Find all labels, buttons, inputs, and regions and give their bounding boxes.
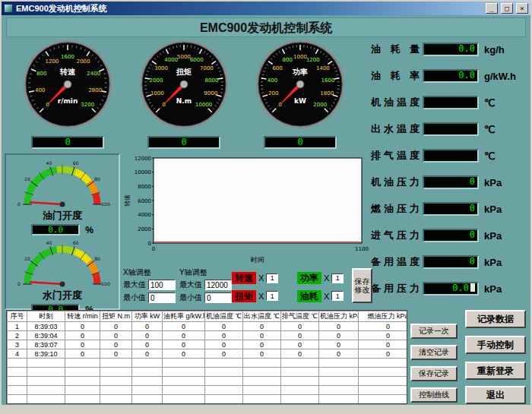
fuel-rate-label: 油耗率 — [371, 69, 420, 83]
save-modify-button[interactable]: 保存 修改 — [352, 268, 372, 303]
series-toggle-power: 功率X — [297, 271, 352, 286]
table-cell: 8:39:03 — [27, 322, 65, 331]
water-valve-opening-gauge: 020406080100水门开度0.0% — [6, 237, 119, 315]
table-cell — [8, 395, 27, 404]
fuel-consumption-row: 油耗量0.0kg/h — [371, 43, 532, 56]
series-chip-fuel[interactable]: 油耗 — [297, 290, 321, 302]
minimize-button[interactable]: _ — [486, 3, 498, 14]
valve-gauge-panel: 020406080100油门开度0.0%020406080100水门开度0.0% — [5, 153, 120, 310]
table-empty-row — [8, 377, 408, 386]
toggle-input-speed[interactable] — [266, 273, 278, 283]
table-cell: 0 — [359, 349, 408, 359]
fuel-rate-unit: g/kW.h — [484, 71, 516, 82]
table-cell — [359, 368, 408, 377]
app-icon — [4, 4, 13, 13]
page-title: EMC900发动机控制系统 — [6, 17, 526, 37]
series-toggle-speed: 转速X — [232, 271, 287, 286]
svg-text:60: 60 — [73, 160, 79, 166]
table-cell — [8, 377, 27, 386]
series-chip-speed[interactable]: 转速 — [232, 272, 256, 284]
table-cell — [319, 359, 359, 368]
column-header: 功率 kW — [132, 311, 163, 322]
water-temp-row: 出水温度℃ — [371, 122, 532, 136]
table-cell — [27, 395, 65, 404]
torque-readout: 0 — [147, 136, 220, 149]
table-cell: 0 — [281, 331, 319, 340]
table-cell: 4 — [8, 349, 27, 359]
record-data-button[interactable]: 记录数据 — [465, 310, 526, 328]
table-cell — [163, 395, 205, 404]
series-chip-power[interactable]: 功率 — [297, 272, 321, 284]
table-cell — [132, 395, 163, 404]
valve-dial: 020406080100 — [9, 237, 116, 287]
svg-text:1600: 1600 — [61, 54, 74, 60]
oil-temp-row: 机油温度℃ — [371, 96, 532, 109]
column-header: 序号 — [8, 311, 27, 322]
x-max-label: 最大值 — [123, 280, 146, 290]
svg-text:0: 0 — [17, 201, 21, 207]
record-once-button[interactable]: 记录一次 — [410, 324, 458, 339]
toggle-input-power[interactable] — [331, 273, 344, 283]
table-row[interactable]: 28:39:04000000000 — [8, 331, 408, 340]
column-header: 机油压力 kPa — [319, 311, 359, 322]
svg-text:40: 40 — [46, 160, 52, 166]
table-cell: 0 — [359, 331, 408, 340]
svg-text:400: 400 — [268, 77, 277, 84]
svg-text:800: 800 — [283, 57, 293, 63]
svg-text:20: 20 — [24, 256, 30, 261]
toggle-input-fuel[interactable] — [331, 291, 344, 301]
water-temp-value — [423, 122, 479, 136]
close-button[interactable]: × — [516, 3, 528, 14]
table-cell: 0 — [319, 322, 359, 331]
relogin-button[interactable]: 重新登录 — [465, 362, 526, 380]
manual-control-button[interactable]: 手动控制 — [465, 336, 526, 354]
table-cell — [281, 377, 319, 386]
svg-text:40: 40 — [46, 240, 52, 245]
table-cell — [243, 368, 281, 377]
speed-gauge: 0400800120016002000240028003200转速r/min0 — [23, 40, 112, 149]
oil-pressure-row: 机油压力0kPa — [371, 175, 532, 189]
x-min-input[interactable] — [148, 292, 176, 303]
column-header: 时刻 — [27, 311, 65, 322]
series-toggle-fuel: 油耗X — [297, 289, 352, 304]
table-cell — [205, 368, 243, 377]
svg-text:N.m: N.m — [176, 97, 192, 105]
control-curve-button[interactable]: 控制曲线 — [410, 387, 458, 403]
table-row[interactable]: 48:39:10000000000 — [8, 349, 408, 359]
y-max-input[interactable] — [204, 280, 232, 290]
table-row[interactable]: 38:39:07000000000 — [8, 340, 408, 349]
titlebar[interactable]: EMC900发动机控制系统 _ □ × — [2, 2, 530, 15]
svg-text:1600: 1600 — [321, 77, 335, 84]
svg-text:2000: 2000 — [150, 77, 163, 84]
x-max-input[interactable] — [148, 280, 176, 290]
svg-text:800: 800 — [36, 71, 46, 77]
svg-text:400: 400 — [35, 87, 45, 93]
table-cell — [243, 359, 281, 368]
table-cell — [65, 377, 100, 386]
svg-text:0: 0 — [152, 246, 155, 252]
table-row[interactable]: 18:39:03000000000 — [8, 322, 408, 331]
table-cell — [359, 386, 408, 395]
table-cell — [243, 386, 281, 395]
table-cell: 0 — [243, 340, 281, 349]
table-cell — [205, 377, 243, 386]
water-temp-label: 出水温度 — [371, 122, 420, 136]
table-cell: 0 — [163, 340, 205, 349]
table-cell — [27, 386, 65, 395]
clear-records-button[interactable]: 清空记录 — [410, 345, 458, 360]
table-cell — [359, 377, 408, 386]
save-records-button[interactable]: 保存记录 — [410, 366, 458, 381]
intake-pressure-unit: kPa — [484, 230, 502, 242]
svg-text:1000: 1000 — [150, 90, 164, 96]
exit-button[interactable]: 退出 — [465, 386, 526, 404]
oil-pressure-value: 0 — [423, 175, 479, 189]
spare-pressure-unit: kPa — [484, 283, 502, 295]
table-cell: 0 — [205, 349, 243, 359]
maximize-button[interactable]: □ — [501, 3, 513, 14]
toggle-input-torque[interactable] — [266, 291, 278, 301]
table-cell: 0 — [132, 331, 163, 340]
y-min-input[interactable] — [204, 292, 232, 303]
table-cell: 0 — [359, 322, 408, 331]
series-chip-torque[interactable]: 扭矩 — [232, 290, 256, 302]
spare-pressure-value[interactable]: 0.0 — [423, 282, 479, 295]
